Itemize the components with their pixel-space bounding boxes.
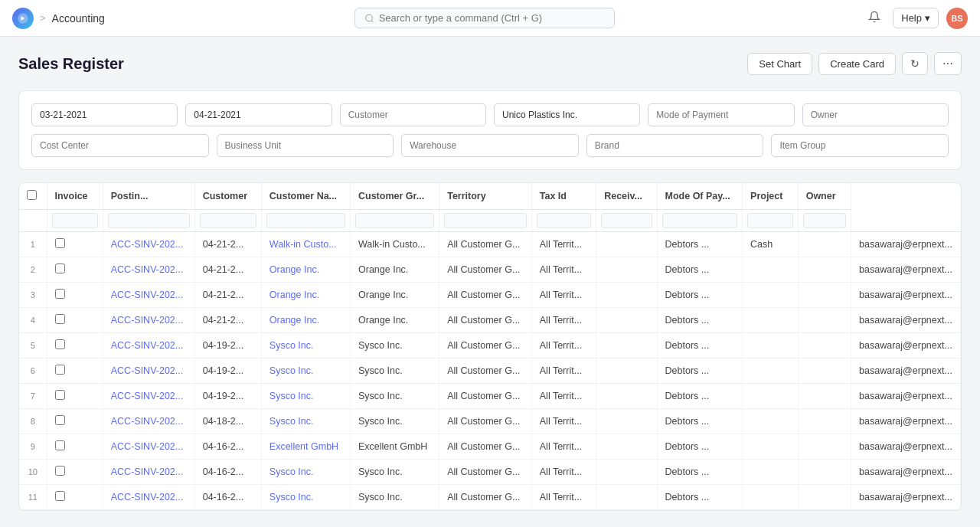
- row-select-checkbox[interactable]: [55, 238, 65, 248]
- cell-customer[interactable]: Sysco Inc.: [261, 333, 350, 358]
- cell-invoice[interactable]: ACC-SINV-202...: [103, 308, 194, 333]
- filter-customer-col-input[interactable]: [200, 213, 256, 228]
- cell-cust-name: Sysco Inc.: [351, 333, 439, 358]
- row-checkbox[interactable]: [47, 409, 103, 434]
- warehouse-filter[interactable]: [401, 134, 579, 157]
- svg-point-1: [365, 15, 372, 21]
- row-checkbox[interactable]: [47, 308, 103, 333]
- filter-territory-input[interactable]: [444, 213, 527, 228]
- table-body: 1 ACC-SINV-202... 04-21-2... Walk-in Cus…: [19, 232, 961, 510]
- row-select-checkbox[interactable]: [55, 365, 65, 375]
- row-select-checkbox[interactable]: [55, 440, 65, 450]
- cell-invoice[interactable]: ACC-SINV-202...: [103, 333, 194, 358]
- cell-mode-pay: [743, 485, 799, 510]
- owner-filter[interactable]: [802, 103, 949, 126]
- cell-mode-pay: [743, 358, 799, 384]
- date-to-filter[interactable]: [185, 103, 332, 126]
- cell-customer[interactable]: Sysco Inc.: [261, 384, 350, 409]
- cell-cust-name: Walk-in Custo...: [351, 232, 439, 257]
- cell-customer[interactable]: Sysco Inc.: [261, 409, 350, 434]
- cell-invoice[interactable]: ACC-SINV-202...: [103, 409, 194, 434]
- breadcrumb-link[interactable]: Accounting: [52, 12, 105, 25]
- set-chart-button[interactable]: Set Chart: [747, 53, 812, 75]
- row-select-checkbox[interactable]: [55, 264, 65, 273]
- cell-customer[interactable]: Excellent GmbH: [261, 434, 350, 460]
- cell-customer[interactable]: Orange Inc.: [261, 308, 350, 333]
- business-unit-filter[interactable]: [217, 134, 394, 157]
- cell-cust-name: Sysco Inc.: [351, 384, 439, 409]
- refresh-button[interactable]: ↻: [902, 52, 928, 75]
- cell-invoice[interactable]: ACC-SINV-202...: [103, 257, 194, 283]
- cell-invoice[interactable]: ACC-SINV-202...: [103, 283, 194, 308]
- table-row: 8 ACC-SINV-202... 04-18-2... Sysco Inc. …: [19, 409, 961, 434]
- row-checkbox[interactable]: [47, 333, 103, 358]
- cell-invoice[interactable]: ACC-SINV-202...: [103, 485, 194, 510]
- cost-center-filter[interactable]: [31, 134, 209, 157]
- filter-receivable-input[interactable]: [601, 213, 652, 228]
- cell-customer[interactable]: Sysco Inc.: [261, 460, 350, 485]
- more-options-button[interactable]: ⋯: [934, 52, 962, 75]
- row-checkbox[interactable]: [47, 358, 103, 384]
- filter-tax-input[interactable]: [537, 213, 591, 228]
- filter-cust-grp: [351, 210, 439, 232]
- filter-posting-input[interactable]: [108, 213, 190, 228]
- row-checkbox[interactable]: [47, 460, 103, 485]
- cell-invoice[interactable]: ACC-SINV-202...: [103, 460, 194, 485]
- filter-mode-pay-input[interactable]: [662, 213, 738, 228]
- cell-customer[interactable]: Walk-in Custo...: [261, 232, 350, 257]
- select-all-checkbox[interactable]: [27, 190, 37, 200]
- row-select-checkbox[interactable]: [55, 491, 65, 501]
- col-project: Project: [743, 183, 799, 210]
- row-select-checkbox[interactable]: [55, 466, 65, 476]
- cell-cust-grp: All Customer G...: [439, 232, 532, 257]
- row-select-checkbox[interactable]: [55, 415, 65, 425]
- brand-filter[interactable]: [586, 134, 764, 157]
- row-select-checkbox[interactable]: [55, 339, 65, 349]
- sales-register-table: Invoice Postin... Customer Customer Na..…: [18, 182, 962, 511]
- cell-customer[interactable]: Sysco Inc.: [261, 358, 350, 384]
- mode-of-payment-filter[interactable]: [648, 103, 794, 126]
- cell-invoice[interactable]: ACC-SINV-202...: [103, 434, 194, 460]
- filter-cust-grp-input[interactable]: [355, 213, 434, 228]
- cell-invoice[interactable]: ACC-SINV-202...: [103, 384, 194, 409]
- cell-customer[interactable]: Orange Inc.: [261, 257, 350, 283]
- customer-filter[interactable]: [340, 103, 486, 126]
- row-select-checkbox[interactable]: [55, 314, 65, 324]
- date-from-filter[interactable]: [31, 103, 178, 126]
- row-select-checkbox[interactable]: [55, 390, 65, 400]
- topbar: > Accounting Help ▾ BS: [0, 0, 980, 37]
- cell-owner: basawaraj@erpnext...: [851, 283, 961, 308]
- cell-posting: 04-21-2...: [194, 283, 261, 308]
- filter-cust-name-input[interactable]: [266, 213, 345, 228]
- avatar[interactable]: BS: [946, 8, 968, 29]
- cell-customer[interactable]: Orange Inc.: [261, 283, 350, 308]
- checkbox-header[interactable]: [19, 183, 47, 210]
- cell-customer[interactable]: Sysco Inc.: [261, 485, 350, 510]
- cell-tax-id: [596, 283, 657, 308]
- cell-cust-grp: All Customer G...: [439, 409, 532, 434]
- row-checkbox[interactable]: [47, 283, 103, 308]
- cell-invoice[interactable]: ACC-SINV-202...: [103, 232, 194, 257]
- search-input[interactable]: [379, 12, 605, 24]
- row-number: 10: [19, 460, 47, 485]
- help-button[interactable]: Help ▾: [893, 8, 939, 28]
- filter-row-2: [31, 134, 949, 157]
- filter-tax: [531, 210, 596, 232]
- item-group-filter[interactable]: [771, 134, 949, 157]
- create-card-button[interactable]: Create Card: [818, 53, 896, 75]
- row-checkbox[interactable]: [47, 257, 103, 283]
- help-label: Help: [901, 12, 922, 24]
- notification-button[interactable]: [864, 6, 885, 31]
- row-checkbox[interactable]: [47, 232, 103, 257]
- row-checkbox[interactable]: [47, 434, 103, 460]
- table-row: 6 ACC-SINV-202... 04-19-2... Sysco Inc. …: [19, 358, 961, 384]
- filter-project-input[interactable]: [747, 213, 793, 228]
- filter-invoice-input[interactable]: [52, 213, 98, 228]
- row-checkbox[interactable]: [47, 485, 103, 510]
- cell-invoice[interactable]: ACC-SINV-202...: [103, 358, 194, 384]
- filter-owner-input[interactable]: [803, 213, 846, 228]
- customer-value-filter[interactable]: [494, 103, 640, 126]
- row-select-checkbox[interactable]: [55, 289, 65, 299]
- search-bar[interactable]: [354, 8, 615, 28]
- row-checkbox[interactable]: [47, 384, 103, 409]
